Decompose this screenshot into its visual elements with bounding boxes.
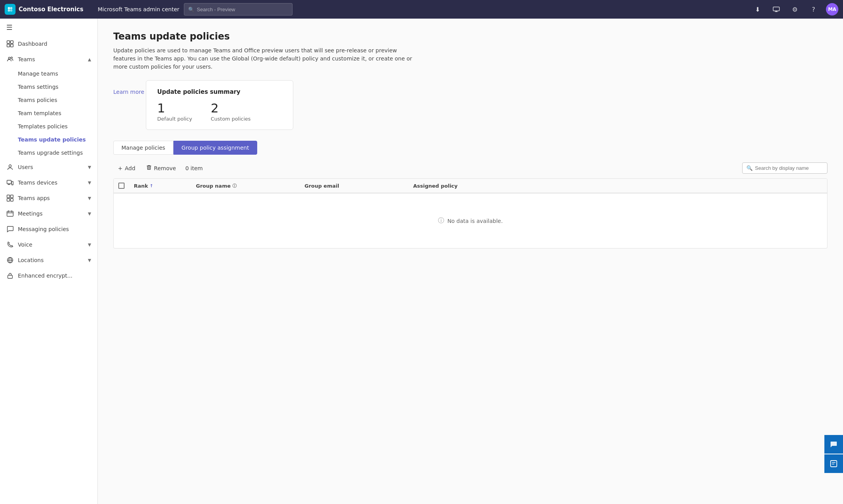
default-policy-value: 1 xyxy=(157,102,192,115)
page-title: Teams update policies xyxy=(113,31,827,42)
remove-button[interactable]: Remove xyxy=(142,162,181,174)
sidebar-devices-label: Teams devices xyxy=(18,180,84,186)
sidebar-meetings-label: Meetings xyxy=(18,211,84,217)
svg-rect-12 xyxy=(7,180,11,184)
sidebar-item-locations[interactable]: Locations ▼ xyxy=(0,252,97,268)
dashboard-icon xyxy=(6,40,14,48)
svg-point-11 xyxy=(9,165,11,167)
sidebar-item-teams-update-policies[interactable]: Teams update policies xyxy=(18,133,97,146)
settings-button[interactable]: ⚙ xyxy=(789,3,801,16)
svg-point-10 xyxy=(11,57,12,59)
tab-manage-policies[interactable]: Manage policies xyxy=(113,141,173,155)
floating-feedback-button[interactable] xyxy=(824,454,843,473)
custom-policies-value: 2 xyxy=(211,102,251,115)
sidebar-item-teams-apps[interactable]: Teams apps ▼ xyxy=(0,190,97,206)
sidebar-item-teams-upgrade-settings[interactable]: Teams upgrade settings xyxy=(18,146,97,159)
sidebar-item-meetings[interactable]: Meetings ▼ xyxy=(0,206,97,221)
apps-icon xyxy=(6,194,14,202)
sidebar-item-manage-teams[interactable]: Manage teams xyxy=(18,67,97,80)
sidebar-teams-label: Teams xyxy=(18,56,84,62)
sidebar: ☰ Dashboard xyxy=(0,19,98,504)
chevron-down-icon-5: ▼ xyxy=(88,242,91,247)
monitor-button[interactable] xyxy=(770,3,782,16)
chevron-down-icon-2: ▼ xyxy=(88,180,91,185)
header-checkbox[interactable] xyxy=(118,183,125,189)
svg-point-14 xyxy=(12,184,12,185)
table-toolbar: + Add Remove 0 item 🔍 xyxy=(113,162,827,174)
sidebar-encrypt-label: Enhanced encrypt... xyxy=(18,273,91,279)
svg-rect-5 xyxy=(7,41,10,43)
sort-icon[interactable]: ↑ xyxy=(150,183,153,188)
header-assigned-policy: Assigned policy xyxy=(409,179,827,193)
svg-point-1 xyxy=(10,7,12,9)
svg-point-3 xyxy=(10,9,12,12)
users-icon xyxy=(6,163,14,171)
header-group-email: Group email xyxy=(300,179,409,193)
help-button[interactable]: ? xyxy=(807,3,820,16)
search-input[interactable] xyxy=(755,165,823,171)
header-rank: Rank ↑ xyxy=(129,179,191,193)
avatar[interactable]: MA xyxy=(826,3,838,16)
sidebar-item-templates-policies[interactable]: Templates policies xyxy=(18,120,97,133)
download-button[interactable]: ⬇ xyxy=(751,3,764,16)
sidebar-toggle[interactable]: ☰ xyxy=(0,19,97,36)
sidebar-item-messaging-policies[interactable]: Messaging policies xyxy=(0,221,97,237)
svg-point-2 xyxy=(8,9,10,12)
group-name-info-icon[interactable]: ⓘ xyxy=(232,183,237,189)
sidebar-users-label: Users xyxy=(18,164,84,170)
teams-icon xyxy=(6,55,14,63)
empty-info-icon: ⓘ xyxy=(438,217,444,225)
header-checkbox-cell xyxy=(114,179,129,193)
rank-label: Rank xyxy=(134,183,148,189)
sidebar-item-teams-policies[interactable]: Teams policies xyxy=(18,93,97,107)
group-name-label: Group name xyxy=(196,183,231,189)
chevron-up-icon: ▲ xyxy=(88,57,91,62)
sidebar-voice-label: Voice xyxy=(18,242,84,248)
chevron-down-icon: ▼ xyxy=(88,165,91,170)
search-box[interactable]: 🔍 xyxy=(742,162,827,174)
sidebar-item-dashboard[interactable]: Dashboard xyxy=(0,36,97,52)
brand: Contoso Electronics xyxy=(5,4,90,15)
encrypt-icon xyxy=(6,272,14,280)
policy-table: Rank ↑ Group name ⓘ Group email Assigned… xyxy=(113,178,827,249)
page-description: Update policies are used to manage Teams… xyxy=(113,47,416,71)
svg-rect-15 xyxy=(7,195,10,198)
summary-card-title: Update policies summary xyxy=(157,88,282,95)
chevron-down-icon-4: ▼ xyxy=(88,211,91,216)
locations-icon xyxy=(6,256,14,264)
table-header: Rank ↑ Group name ⓘ Group email Assigned… xyxy=(114,179,827,193)
brand-icon xyxy=(5,4,16,15)
svg-rect-18 xyxy=(10,198,13,201)
table-empty-state: ⓘ No data is available. xyxy=(114,193,827,248)
svg-rect-17 xyxy=(7,198,10,201)
meetings-icon xyxy=(6,210,14,217)
add-button[interactable]: + Add xyxy=(113,163,140,174)
learn-more-link[interactable]: Learn more xyxy=(113,89,144,95)
sidebar-item-teams-devices[interactable]: Teams devices ▼ xyxy=(0,175,97,190)
svg-point-9 xyxy=(9,57,10,59)
tab-group-policy-assignment[interactable]: Group policy assignment xyxy=(173,141,257,155)
sidebar-item-teams[interactable]: Teams ▲ xyxy=(0,52,97,67)
summary-stat-custom: 2 Custom policies xyxy=(211,102,251,122)
teams-submenu: Manage teams Teams settings Teams polici… xyxy=(0,67,97,159)
svg-rect-16 xyxy=(10,195,13,198)
main-content: Teams update policies Update policies ar… xyxy=(98,19,843,504)
global-search[interactable]: 🔍 xyxy=(184,3,293,16)
search-input[interactable] xyxy=(197,7,288,12)
sidebar-item-teams-settings[interactable]: Teams settings xyxy=(18,80,97,93)
sidebar-item-enhanced-encrypt[interactable]: Enhanced encrypt... xyxy=(0,268,97,283)
remove-icon xyxy=(146,165,152,171)
voice-icon xyxy=(6,241,14,249)
svg-rect-19 xyxy=(7,211,13,216)
add-label: Add xyxy=(125,165,135,171)
search-icon: 🔍 xyxy=(188,7,194,12)
sidebar-item-team-templates[interactable]: Team templates xyxy=(18,107,97,120)
sidebar-item-voice[interactable]: Voice ▼ xyxy=(0,237,97,252)
search-box-icon: 🔍 xyxy=(746,165,753,171)
sidebar-item-users[interactable]: Users ▼ xyxy=(0,159,97,175)
body-layout: ☰ Dashboard xyxy=(0,19,843,504)
svg-rect-21 xyxy=(8,275,12,278)
floating-chat-button[interactable] xyxy=(824,435,843,454)
app-title: Microsoft Teams admin center xyxy=(98,6,179,12)
policy-tabs: Manage policies Group policy assignment xyxy=(113,141,827,155)
